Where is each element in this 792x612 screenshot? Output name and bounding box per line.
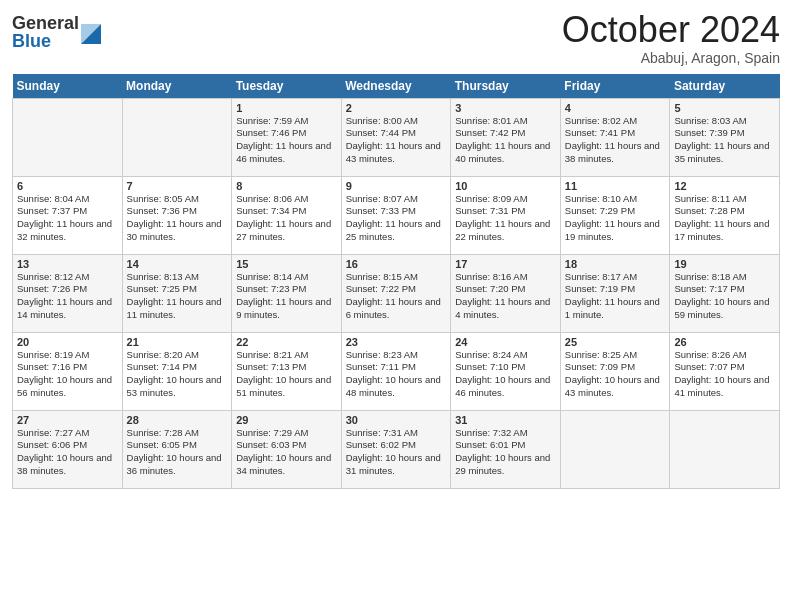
day-number: 25	[565, 336, 666, 348]
col-tuesday: Tuesday	[232, 74, 342, 99]
day-info: Sunrise: 8:09 AM Sunset: 7:31 PM Dayligh…	[455, 193, 556, 244]
day-number: 4	[565, 102, 666, 114]
page-container: General Blue October 2024 Ababuj, Aragon…	[0, 0, 792, 497]
calendar-week-3: 13Sunrise: 8:12 AM Sunset: 7:26 PM Dayli…	[13, 254, 780, 332]
day-number: 5	[674, 102, 775, 114]
day-info: Sunrise: 8:15 AM Sunset: 7:22 PM Dayligh…	[346, 271, 447, 322]
day-number: 26	[674, 336, 775, 348]
day-info: Sunrise: 8:21 AM Sunset: 7:13 PM Dayligh…	[236, 349, 337, 400]
calendar-cell: 14Sunrise: 8:13 AM Sunset: 7:25 PM Dayli…	[122, 254, 232, 332]
month-title: October 2024	[562, 10, 780, 50]
day-number: 30	[346, 414, 447, 426]
calendar-cell	[122, 98, 232, 176]
day-info: Sunrise: 8:04 AM Sunset: 7:37 PM Dayligh…	[17, 193, 118, 244]
day-info: Sunrise: 8:25 AM Sunset: 7:09 PM Dayligh…	[565, 349, 666, 400]
calendar-cell: 16Sunrise: 8:15 AM Sunset: 7:22 PM Dayli…	[341, 254, 451, 332]
day-number: 29	[236, 414, 337, 426]
day-info: Sunrise: 8:01 AM Sunset: 7:42 PM Dayligh…	[455, 115, 556, 166]
calendar-cell: 21Sunrise: 8:20 AM Sunset: 7:14 PM Dayli…	[122, 332, 232, 410]
day-number: 15	[236, 258, 337, 270]
title-block: October 2024 Ababuj, Aragon, Spain	[562, 10, 780, 66]
day-info: Sunrise: 8:14 AM Sunset: 7:23 PM Dayligh…	[236, 271, 337, 322]
col-saturday: Saturday	[670, 74, 780, 99]
col-friday: Friday	[560, 74, 670, 99]
calendar-cell: 31Sunrise: 7:32 AM Sunset: 6:01 PM Dayli…	[451, 410, 561, 488]
calendar-cell: 24Sunrise: 8:24 AM Sunset: 7:10 PM Dayli…	[451, 332, 561, 410]
col-monday: Monday	[122, 74, 232, 99]
day-number: 3	[455, 102, 556, 114]
logo-icon	[81, 16, 101, 44]
day-number: 17	[455, 258, 556, 270]
col-wednesday: Wednesday	[341, 74, 451, 99]
day-number: 10	[455, 180, 556, 192]
day-info: Sunrise: 8:06 AM Sunset: 7:34 PM Dayligh…	[236, 193, 337, 244]
day-info: Sunrise: 8:18 AM Sunset: 7:17 PM Dayligh…	[674, 271, 775, 322]
day-number: 31	[455, 414, 556, 426]
header: General Blue October 2024 Ababuj, Aragon…	[12, 10, 780, 66]
day-number: 6	[17, 180, 118, 192]
day-number: 21	[127, 336, 228, 348]
day-info: Sunrise: 7:59 AM Sunset: 7:46 PM Dayligh…	[236, 115, 337, 166]
calendar-cell: 1Sunrise: 7:59 AM Sunset: 7:46 PM Daylig…	[232, 98, 342, 176]
calendar-cell	[560, 410, 670, 488]
day-number: 13	[17, 258, 118, 270]
col-thursday: Thursday	[451, 74, 561, 99]
day-info: Sunrise: 8:24 AM Sunset: 7:10 PM Dayligh…	[455, 349, 556, 400]
day-info: Sunrise: 7:28 AM Sunset: 6:05 PM Dayligh…	[127, 427, 228, 478]
calendar-cell: 22Sunrise: 8:21 AM Sunset: 7:13 PM Dayli…	[232, 332, 342, 410]
day-info: Sunrise: 8:16 AM Sunset: 7:20 PM Dayligh…	[455, 271, 556, 322]
calendar-cell: 27Sunrise: 7:27 AM Sunset: 6:06 PM Dayli…	[13, 410, 123, 488]
day-info: Sunrise: 8:00 AM Sunset: 7:44 PM Dayligh…	[346, 115, 447, 166]
calendar-cell: 26Sunrise: 8:26 AM Sunset: 7:07 PM Dayli…	[670, 332, 780, 410]
day-info: Sunrise: 8:19 AM Sunset: 7:16 PM Dayligh…	[17, 349, 118, 400]
day-info: Sunrise: 7:32 AM Sunset: 6:01 PM Dayligh…	[455, 427, 556, 478]
day-number: 18	[565, 258, 666, 270]
calendar-cell: 4Sunrise: 8:02 AM Sunset: 7:41 PM Daylig…	[560, 98, 670, 176]
day-info: Sunrise: 8:17 AM Sunset: 7:19 PM Dayligh…	[565, 271, 666, 322]
calendar-week-1: 1Sunrise: 7:59 AM Sunset: 7:46 PM Daylig…	[13, 98, 780, 176]
location: Ababuj, Aragon, Spain	[562, 50, 780, 66]
calendar-body: 1Sunrise: 7:59 AM Sunset: 7:46 PM Daylig…	[13, 98, 780, 488]
day-info: Sunrise: 7:27 AM Sunset: 6:06 PM Dayligh…	[17, 427, 118, 478]
calendar-week-2: 6Sunrise: 8:04 AM Sunset: 7:37 PM Daylig…	[13, 176, 780, 254]
day-number: 7	[127, 180, 228, 192]
calendar-cell	[13, 98, 123, 176]
calendar-cell: 30Sunrise: 7:31 AM Sunset: 6:02 PM Dayli…	[341, 410, 451, 488]
day-info: Sunrise: 8:23 AM Sunset: 7:11 PM Dayligh…	[346, 349, 447, 400]
day-number: 14	[127, 258, 228, 270]
day-info: Sunrise: 8:20 AM Sunset: 7:14 PM Dayligh…	[127, 349, 228, 400]
calendar-cell: 19Sunrise: 8:18 AM Sunset: 7:17 PM Dayli…	[670, 254, 780, 332]
calendar-cell: 28Sunrise: 7:28 AM Sunset: 6:05 PM Dayli…	[122, 410, 232, 488]
calendar-week-5: 27Sunrise: 7:27 AM Sunset: 6:06 PM Dayli…	[13, 410, 780, 488]
calendar-cell: 15Sunrise: 8:14 AM Sunset: 7:23 PM Dayli…	[232, 254, 342, 332]
calendar-table: Sunday Monday Tuesday Wednesday Thursday…	[12, 74, 780, 489]
logo-general-text: General	[12, 14, 79, 32]
day-number: 12	[674, 180, 775, 192]
calendar-cell: 13Sunrise: 8:12 AM Sunset: 7:26 PM Dayli…	[13, 254, 123, 332]
calendar-cell: 11Sunrise: 8:10 AM Sunset: 7:29 PM Dayli…	[560, 176, 670, 254]
day-number: 2	[346, 102, 447, 114]
day-number: 19	[674, 258, 775, 270]
day-info: Sunrise: 7:31 AM Sunset: 6:02 PM Dayligh…	[346, 427, 447, 478]
calendar-cell: 8Sunrise: 8:06 AM Sunset: 7:34 PM Daylig…	[232, 176, 342, 254]
calendar-cell: 17Sunrise: 8:16 AM Sunset: 7:20 PM Dayli…	[451, 254, 561, 332]
calendar-cell: 23Sunrise: 8:23 AM Sunset: 7:11 PM Dayli…	[341, 332, 451, 410]
col-sunday: Sunday	[13, 74, 123, 99]
day-number: 20	[17, 336, 118, 348]
day-number: 9	[346, 180, 447, 192]
day-info: Sunrise: 8:02 AM Sunset: 7:41 PM Dayligh…	[565, 115, 666, 166]
calendar-cell: 29Sunrise: 7:29 AM Sunset: 6:03 PM Dayli…	[232, 410, 342, 488]
calendar-cell	[670, 410, 780, 488]
calendar-cell: 3Sunrise: 8:01 AM Sunset: 7:42 PM Daylig…	[451, 98, 561, 176]
header-row: Sunday Monday Tuesday Wednesday Thursday…	[13, 74, 780, 99]
day-info: Sunrise: 8:13 AM Sunset: 7:25 PM Dayligh…	[127, 271, 228, 322]
logo: General Blue	[12, 14, 101, 50]
calendar-cell: 10Sunrise: 8:09 AM Sunset: 7:31 PM Dayli…	[451, 176, 561, 254]
calendar-cell: 20Sunrise: 8:19 AM Sunset: 7:16 PM Dayli…	[13, 332, 123, 410]
calendar-cell: 5Sunrise: 8:03 AM Sunset: 7:39 PM Daylig…	[670, 98, 780, 176]
calendar-week-4: 20Sunrise: 8:19 AM Sunset: 7:16 PM Dayli…	[13, 332, 780, 410]
day-info: Sunrise: 8:03 AM Sunset: 7:39 PM Dayligh…	[674, 115, 775, 166]
day-info: Sunrise: 8:11 AM Sunset: 7:28 PM Dayligh…	[674, 193, 775, 244]
day-number: 11	[565, 180, 666, 192]
day-info: Sunrise: 8:05 AM Sunset: 7:36 PM Dayligh…	[127, 193, 228, 244]
